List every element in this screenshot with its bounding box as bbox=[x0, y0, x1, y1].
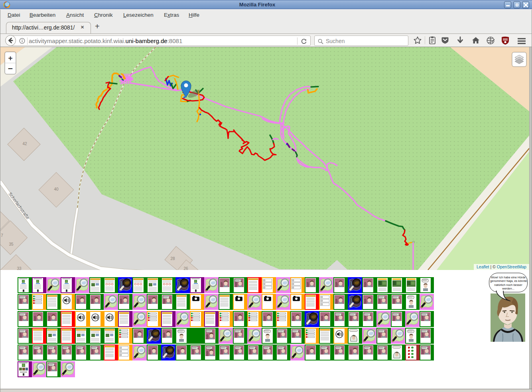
svg-text:+: + bbox=[8, 54, 12, 62]
svg-text:40: 40 bbox=[54, 187, 59, 191]
svg-text:7: 7 bbox=[1, 233, 3, 238]
svg-text:35: 35 bbox=[9, 242, 14, 246]
svg-text:−: − bbox=[8, 64, 13, 73]
svg-text:42: 42 bbox=[22, 142, 27, 146]
svg-text:Leaflet | © OpenStreetMap: Leaflet | © OpenStreetMap bbox=[477, 264, 526, 269]
svg-text:33: 33 bbox=[17, 266, 22, 270]
svg-text:26: 26 bbox=[183, 266, 188, 270]
svg-text:28: 28 bbox=[170, 256, 175, 261]
